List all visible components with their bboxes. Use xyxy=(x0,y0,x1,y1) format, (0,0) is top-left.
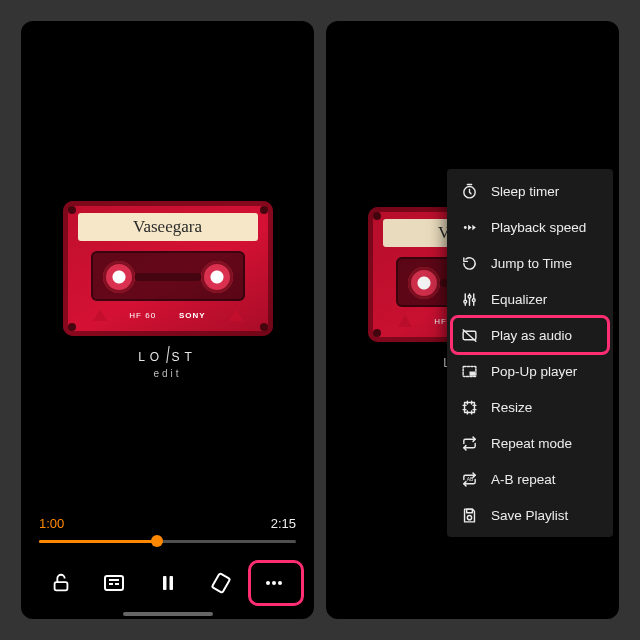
menu-item-label: Playback speed xyxy=(491,220,586,235)
menu-item-label: A-B repeat xyxy=(491,472,556,487)
menu-item-resize[interactable]: Resize xyxy=(447,389,613,425)
svg-rect-16 xyxy=(464,402,474,412)
menu-item-pop-up-player[interactable]: Pop-Up player xyxy=(447,353,613,389)
menu-item-label: Pop-Up player xyxy=(491,364,577,379)
resize-icon xyxy=(460,398,478,416)
time-duration: 2:15 xyxy=(271,516,296,531)
menu-item-jump-to-time[interactable]: Jump to Time xyxy=(447,245,613,281)
cassette-model: HF 60 xyxy=(129,311,156,320)
rotate-icon xyxy=(209,571,233,595)
seek-thumb[interactable] xyxy=(151,535,163,547)
more-icon xyxy=(262,571,286,595)
seek-fill xyxy=(39,540,157,543)
menu-item-label: Sleep timer xyxy=(491,184,559,199)
svg-point-11 xyxy=(468,295,471,298)
menu-item-label: Repeat mode xyxy=(491,436,572,451)
menu-item-label: Equalizer xyxy=(491,292,547,307)
playback-controls: 1:00 2:15 xyxy=(21,516,314,611)
album-art: Vaseegara HF 60 SONY LO/ST edit xyxy=(63,201,273,379)
subtitles-button[interactable] xyxy=(92,561,136,605)
pause-button[interactable] xyxy=(146,561,190,605)
menu-item-playback-speed[interactable]: Playback speed xyxy=(447,209,613,245)
svg-rect-1 xyxy=(105,576,123,590)
svg-point-5 xyxy=(266,581,270,585)
menu-item-label: Play as audio xyxy=(491,328,572,343)
svg-rect-0 xyxy=(55,582,68,590)
svg-point-12 xyxy=(472,298,475,301)
menu-item-label: Save Playlist xyxy=(491,508,568,523)
jump-to-time-icon xyxy=(460,254,478,272)
time-position: 1:00 xyxy=(39,516,64,531)
lock-button[interactable] xyxy=(39,561,83,605)
menu-item-sleep-timer[interactable]: Sleep timer xyxy=(447,173,613,209)
menu-item-play-as-audio[interactable]: Play as audio xyxy=(447,317,613,353)
svg-point-19 xyxy=(467,515,471,519)
equalizer-icon xyxy=(460,290,478,308)
menu-item-repeat-mode[interactable]: Repeat mode xyxy=(447,425,613,461)
popup-player-icon xyxy=(460,362,478,380)
seek-bar[interactable] xyxy=(39,531,296,553)
svg-rect-4 xyxy=(212,573,230,593)
cassette-brand: SONY xyxy=(179,311,206,320)
menu-item-equalizer[interactable]: Equalizer xyxy=(447,281,613,317)
unlock-icon xyxy=(50,572,72,594)
svg-rect-15 xyxy=(469,371,475,375)
svg-point-9 xyxy=(463,226,466,229)
svg-point-7 xyxy=(278,581,282,585)
svg-point-10 xyxy=(463,300,466,303)
menu-item-save-playlist[interactable]: Save Playlist xyxy=(447,497,613,533)
track-subtitle: edit xyxy=(63,368,273,379)
home-indicator xyxy=(123,612,213,616)
more-button[interactable] xyxy=(252,561,296,605)
menu-item-label: Jump to Time xyxy=(491,256,572,271)
svg-rect-3 xyxy=(169,576,173,590)
svg-rect-18 xyxy=(466,509,472,513)
menu-item-a-b-repeat[interactable]: ABA-B repeat xyxy=(447,461,613,497)
cassette-label: Vaseegara xyxy=(78,213,258,241)
menu-item-label: Resize xyxy=(491,400,532,415)
repeat-mode-icon xyxy=(460,434,478,452)
play-as-audio-icon xyxy=(460,326,478,344)
save-playlist-icon xyxy=(460,506,478,524)
right-player-screen: Vaseegara HF 60 SONY LO/ST edit Sleep ti… xyxy=(326,21,619,619)
left-player-screen: Vaseegara HF 60 SONY LO/ST edit 1:00 2:1… xyxy=(21,21,314,619)
svg-rect-2 xyxy=(163,576,167,590)
svg-point-6 xyxy=(272,581,276,585)
playback-speed-icon xyxy=(460,218,478,236)
subtitles-icon xyxy=(102,571,126,595)
track-title: LO/ST xyxy=(63,350,273,364)
ab-repeat-icon: AB xyxy=(460,470,478,488)
cassette-image: Vaseegara HF 60 SONY xyxy=(63,201,273,336)
rotate-button[interactable] xyxy=(199,561,243,605)
sleep-timer-icon xyxy=(460,182,478,200)
pause-icon xyxy=(156,571,180,595)
svg-text:AB: AB xyxy=(466,476,473,481)
overflow-menu: Sleep timerPlayback speedJump to TimeEqu… xyxy=(447,169,613,537)
